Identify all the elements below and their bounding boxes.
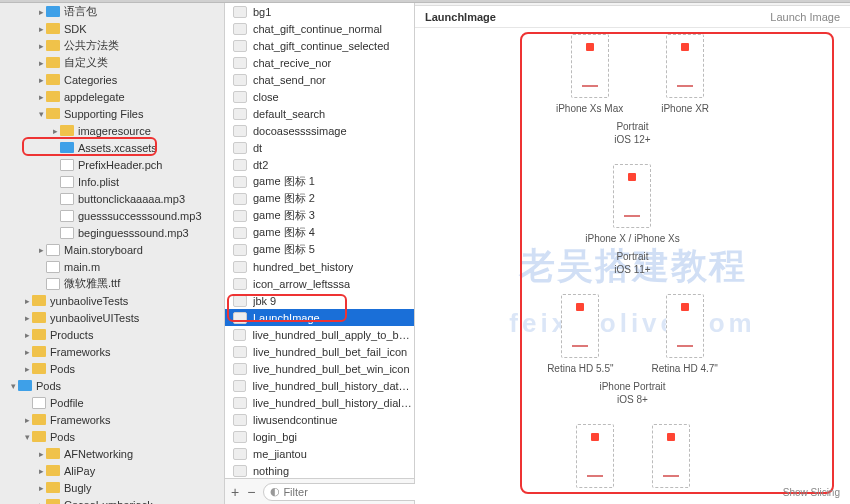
chevron-icon[interactable]: ▸ bbox=[36, 449, 46, 459]
chevron-icon[interactable]: ▸ bbox=[36, 466, 46, 476]
slot-placeholder[interactable] bbox=[576, 424, 614, 488]
nav-row[interactable]: beginguesssound.mp3 bbox=[0, 224, 224, 241]
asset-row[interactable]: game 图标 4 bbox=[225, 224, 414, 241]
chevron-icon[interactable]: ▸ bbox=[22, 347, 32, 357]
asset-row[interactable]: live_hundred_bull_history_data_… bbox=[225, 377, 414, 394]
nav-row[interactable]: main.m bbox=[0, 258, 224, 275]
asset-row[interactable]: game 图标 2 bbox=[225, 190, 414, 207]
nav-row[interactable]: ▸Frameworks bbox=[0, 411, 224, 428]
image-slot[interactable] bbox=[652, 424, 690, 488]
chevron-icon[interactable]: ▸ bbox=[22, 296, 32, 306]
nav-row[interactable]: ▸语言包 bbox=[0, 3, 224, 20]
chevron-icon[interactable]: ▾ bbox=[36, 109, 46, 119]
filter-field[interactable]: ◐ bbox=[263, 483, 428, 501]
slot-placeholder[interactable] bbox=[652, 424, 690, 488]
chevron-icon[interactable]: ▸ bbox=[36, 500, 46, 505]
nav-row[interactable]: buttonclickaaaaa.mp3 bbox=[0, 190, 224, 207]
asset-row[interactable]: live_hundred_bull_apply_to_ban… bbox=[225, 326, 414, 343]
asset-row[interactable]: me_jiantou bbox=[225, 445, 414, 462]
asset-row[interactable]: default_search bbox=[225, 105, 414, 122]
nav-row[interactable]: ▸imageresource bbox=[0, 122, 224, 139]
image-slot[interactable] bbox=[576, 424, 614, 488]
nav-row[interactable]: ▸Categories bbox=[0, 71, 224, 88]
nav-row[interactable]: ▸AFNetworking bbox=[0, 445, 224, 462]
slot-placeholder[interactable] bbox=[613, 164, 651, 228]
nav-row[interactable]: ▸appdelegate bbox=[0, 88, 224, 105]
slot-placeholder[interactable] bbox=[666, 294, 704, 358]
asset-row[interactable]: dt2 bbox=[225, 156, 414, 173]
asset-row[interactable]: login_bgi bbox=[225, 428, 414, 445]
show-slicing-button[interactable]: Show Slicing bbox=[783, 487, 840, 498]
filter-input[interactable] bbox=[283, 486, 421, 498]
asset-row[interactable]: game 图标 1 bbox=[225, 173, 414, 190]
nav-row[interactable]: ▸Pods bbox=[0, 360, 224, 377]
asset-row[interactable]: live_hundred_bull_bet_win_icon bbox=[225, 360, 414, 377]
nav-row[interactable]: guesssuccesssound.mp3 bbox=[0, 207, 224, 224]
nav-row[interactable]: ▸CocoaLumberjack bbox=[0, 496, 224, 504]
asset-row[interactable]: icon_arrow_leftsssa bbox=[225, 275, 414, 292]
nav-row[interactable]: ▸自定义类 bbox=[0, 54, 224, 71]
asset-row[interactable]: chat_gift_continue_normal bbox=[225, 20, 414, 37]
nav-row[interactable]: ▾Pods bbox=[0, 428, 224, 445]
image-slot[interactable]: iPhone X / iPhone Xs bbox=[585, 164, 680, 244]
nav-row[interactable]: ▾Supporting Files bbox=[0, 105, 224, 122]
asset-row[interactable]: close bbox=[225, 88, 414, 105]
chevron-icon[interactable]: ▸ bbox=[50, 126, 60, 136]
asset-row[interactable]: liwusendcontinue bbox=[225, 411, 414, 428]
asset-row[interactable]: chat_recive_nor bbox=[225, 54, 414, 71]
chevron-icon[interactable]: ▸ bbox=[36, 245, 46, 255]
nav-row[interactable]: 微软雅黑.ttf bbox=[0, 275, 224, 292]
nav-row[interactable]: ▸Products bbox=[0, 326, 224, 343]
asset-row[interactable]: LaunchImage bbox=[225, 309, 414, 326]
asset-row[interactable]: game 图标 3 bbox=[225, 207, 414, 224]
add-button[interactable]: + bbox=[231, 484, 239, 500]
chevron-icon[interactable]: ▸ bbox=[36, 483, 46, 493]
nav-row[interactable]: ▸Frameworks bbox=[0, 343, 224, 360]
image-slot[interactable]: iPhone Xs Max bbox=[556, 34, 623, 114]
chevron-icon[interactable]: ▸ bbox=[22, 330, 32, 340]
asset-row[interactable]: nothing bbox=[225, 462, 414, 478]
image-slot[interactable]: Retina HD 4.7" bbox=[652, 294, 718, 374]
image-slot[interactable]: iPhone XR bbox=[661, 34, 709, 114]
slot-placeholder[interactable] bbox=[666, 34, 704, 98]
nav-row[interactable]: PrefixHeader.pch bbox=[0, 156, 224, 173]
asset-row[interactable]: hundred_bet_history bbox=[225, 258, 414, 275]
nav-row[interactable]: ▾Pods bbox=[0, 377, 224, 394]
chevron-icon[interactable]: ▸ bbox=[36, 24, 46, 34]
nav-row[interactable]: ▸yunbaoliveTests bbox=[0, 292, 224, 309]
nav-row[interactable]: ▸SDK bbox=[0, 20, 224, 37]
slot-placeholder[interactable] bbox=[561, 294, 599, 358]
asset-row[interactable]: bg1 bbox=[225, 3, 414, 20]
asset-row[interactable]: jbk 9 bbox=[225, 292, 414, 309]
nav-row[interactable]: Podfile bbox=[0, 394, 224, 411]
chevron-icon[interactable]: ▸ bbox=[22, 415, 32, 425]
chevron-icon[interactable]: ▸ bbox=[36, 41, 46, 51]
asset-row[interactable]: live_hundred_bull_bet_fail_icon bbox=[225, 343, 414, 360]
asset-list[interactable]: bg1chat_gift_continue_normalchat_gift_co… bbox=[225, 3, 414, 478]
nav-row[interactable]: ▸yunbaoliveUITests bbox=[0, 309, 224, 326]
chevron-icon[interactable]: ▾ bbox=[22, 432, 32, 442]
remove-button[interactable]: − bbox=[247, 484, 255, 500]
asset-row[interactable]: chat_send_nor bbox=[225, 71, 414, 88]
launch-image-canvas[interactable]: 老吴搭建教程 feixiaolive.com iPhone Xs MaxiPho… bbox=[415, 28, 850, 504]
nav-row[interactable]: ▸公共方法类 bbox=[0, 37, 224, 54]
slot-placeholder[interactable] bbox=[571, 34, 609, 98]
asset-row[interactable]: chat_gift_continue_selected bbox=[225, 37, 414, 54]
asset-row[interactable]: dt bbox=[225, 139, 414, 156]
chevron-icon[interactable]: ▸ bbox=[22, 364, 32, 374]
chevron-icon[interactable]: ▸ bbox=[36, 92, 46, 102]
nav-row[interactable]: Assets.xcassets bbox=[0, 139, 224, 156]
chevron-icon[interactable]: ▸ bbox=[36, 75, 46, 85]
image-slot[interactable]: Retina HD 5.5" bbox=[547, 294, 613, 374]
nav-row[interactable]: ▸Bugly bbox=[0, 479, 224, 496]
nav-row[interactable]: ▸Main.storyboard bbox=[0, 241, 224, 258]
asset-row[interactable]: game 图标 5 bbox=[225, 241, 414, 258]
asset-row[interactable]: docoasessssimage bbox=[225, 122, 414, 139]
chevron-icon[interactable]: ▸ bbox=[36, 58, 46, 68]
nav-row[interactable]: ▸AliPay bbox=[0, 462, 224, 479]
chevron-icon[interactable]: ▸ bbox=[36, 7, 46, 17]
asset-row[interactable]: live_hundred_bull_history_dialo… bbox=[225, 394, 414, 411]
navigator-tree[interactable]: ▸语言包▸SDK▸公共方法类▸自定义类▸Categories▸appdelega… bbox=[0, 3, 224, 504]
nav-row[interactable]: Info.plist bbox=[0, 173, 224, 190]
chevron-icon[interactable]: ▾ bbox=[8, 381, 18, 391]
